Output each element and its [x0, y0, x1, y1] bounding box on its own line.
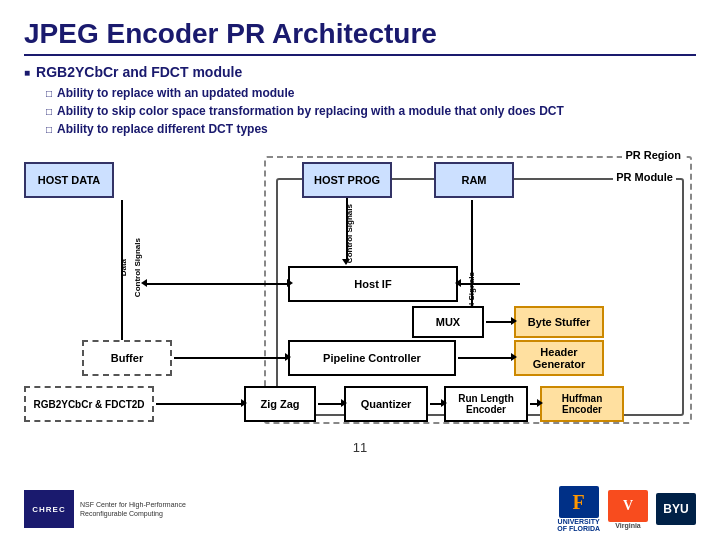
sub-bullet-3: Ability to replace different DCT types: [46, 120, 696, 138]
ram-box: RAM: [434, 162, 514, 198]
chrec-description: NSF Center for High-Performance Reconfig…: [80, 500, 186, 518]
page-number: 11: [24, 440, 696, 455]
pr-module-label: PR Module: [613, 171, 676, 183]
control-signals-left: Control Signals: [130, 228, 144, 308]
pipeline-controller-box: Pipeline Controller: [288, 340, 456, 376]
rgb2ycbcr-box: RGB2YCbCr & FDCT2D: [24, 386, 154, 422]
virginia-logo: V Virginia: [608, 490, 648, 529]
run-length-box: Run Length Encoder: [444, 386, 528, 422]
buffer-box: Buffer: [82, 340, 172, 376]
host-data-box: HOST DATA: [24, 162, 114, 198]
mux-box: MUX: [412, 306, 484, 338]
main-bullet: RGB2YCbCr and FDCT module: [24, 64, 696, 80]
zigzag-box: Zig Zag: [244, 386, 316, 422]
sub-bullet-1: Ability to replace with an updated modul…: [46, 84, 696, 102]
byu-logo: BYU: [656, 493, 696, 525]
footer-left: CHREC NSF Center for High-Performance Re…: [24, 490, 186, 528]
host-if-box: Host IF: [288, 266, 458, 302]
control-signals-1: Control Signals: [342, 200, 356, 268]
slide: JPEG Encoder PR Architecture RGB2YCbCr a…: [0, 0, 720, 540]
arrow-hostdata-down: [121, 200, 123, 348]
byte-stuffer-box: Byte Stuffer: [514, 306, 604, 338]
header-generator-box: Header Generator: [514, 340, 604, 376]
arrow-buffer-pipeline: [174, 357, 286, 359]
arrow-hostif-h: [146, 283, 288, 285]
arrow-rl-huffman: [530, 403, 538, 405]
data-label: Data: [116, 228, 130, 308]
arrow-rgb-zig: [156, 403, 242, 405]
pr-region-label: PR Region: [622, 149, 684, 161]
arrow-hostprog-down: [346, 198, 348, 260]
arrow-pipeline-header: [458, 357, 512, 359]
footer: CHREC NSF Center for High-Performance Re…: [0, 486, 720, 532]
slide-title: JPEG Encoder PR Architecture: [24, 18, 696, 56]
chrec-logo: CHREC: [24, 490, 74, 528]
quantizer-box: Quantizer: [344, 386, 428, 422]
arrow-quant-rl: [430, 403, 442, 405]
host-prog-box: HOST PROG: [302, 162, 392, 198]
arrow-zig-quant: [318, 403, 342, 405]
sub-bullets-list: Ability to replace with an updated modul…: [46, 84, 696, 138]
arrow-control-right: [471, 200, 473, 316]
sub-bullet-2: Ability to skip color space transformati…: [46, 102, 696, 120]
arrow-mux-bytestuffer: [486, 321, 512, 323]
huffman-box: Huffman Encoder: [540, 386, 624, 422]
architecture-diagram: PR Region PR Module HOST DATA HOST PROG …: [24, 148, 696, 438]
footer-right: F UNIVERSITY OF FLORIDA V Virginia BYU: [557, 486, 696, 532]
uf-logo: F UNIVERSITY OF FLORIDA: [557, 486, 600, 532]
